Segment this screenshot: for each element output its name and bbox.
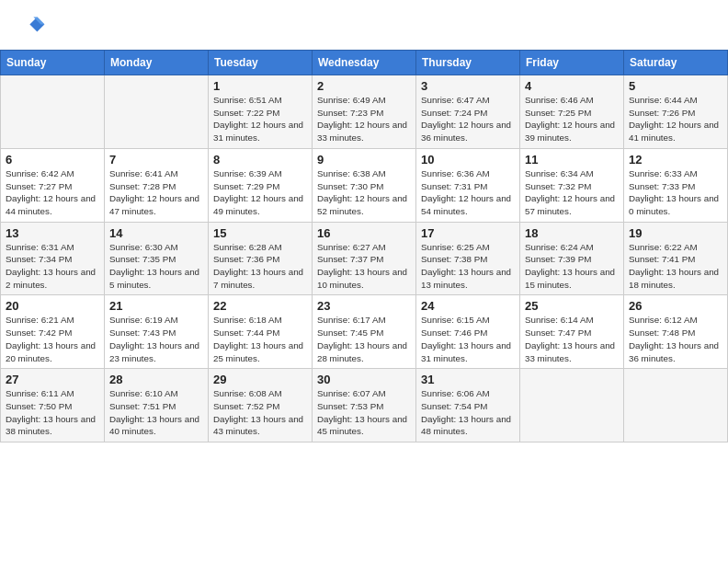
- weekday-header-friday: Friday: [520, 51, 624, 75]
- day-number: 18: [525, 226, 619, 240]
- calendar-cell: 9Sunrise: 6:38 AMSunset: 7:30 PMDaylight…: [313, 148, 416, 222]
- logo: [17, 11, 50, 40]
- day-number: 24: [421, 299, 515, 313]
- calendar-cell: 1Sunrise: 6:51 AMSunset: 7:22 PMDaylight…: [209, 75, 313, 149]
- day-number: 5: [629, 79, 722, 93]
- day-info: Sunrise: 6:49 AMSunset: 7:23 PMDaylight:…: [317, 94, 411, 144]
- day-number: 16: [317, 226, 411, 240]
- calendar-cell: 8Sunrise: 6:39 AMSunset: 7:29 PMDaylight…: [209, 148, 313, 222]
- day-number: 20: [6, 299, 99, 313]
- calendar-cell: 27Sunrise: 6:11 AMSunset: 7:50 PMDayligh…: [1, 369, 105, 442]
- calendar-cell: 31Sunrise: 6:06 AMSunset: 7:54 PMDayligh…: [416, 369, 520, 442]
- header: [0, 0, 728, 44]
- day-number: 3: [421, 79, 515, 93]
- calendar-cell: 29Sunrise: 6:08 AMSunset: 7:52 PMDayligh…: [209, 369, 313, 442]
- calendar-week-3: 13Sunrise: 6:31 AMSunset: 7:34 PMDayligh…: [1, 222, 728, 295]
- day-number: 31: [421, 373, 515, 386]
- weekday-header-monday: Monday: [105, 51, 209, 75]
- day-info: Sunrise: 6:17 AMSunset: 7:45 PMDaylight:…: [317, 314, 411, 364]
- calendar-cell: 5Sunrise: 6:44 AMSunset: 7:26 PMDaylight…: [624, 75, 728, 149]
- weekday-header-thursday: Thursday: [416, 51, 520, 75]
- day-number: 27: [6, 373, 99, 386]
- day-info: Sunrise: 6:46 AMSunset: 7:25 PMDaylight:…: [525, 94, 619, 144]
- weekday-header-wednesday: Wednesday: [313, 51, 416, 75]
- day-number: 4: [525, 79, 619, 93]
- day-info: Sunrise: 6:38 AMSunset: 7:30 PMDaylight:…: [317, 167, 411, 218]
- day-number: 19: [629, 226, 722, 240]
- day-info: Sunrise: 6:34 AMSunset: 7:32 PMDaylight:…: [525, 167, 619, 218]
- calendar-cell: 10Sunrise: 6:36 AMSunset: 7:31 PMDayligh…: [416, 148, 520, 222]
- calendar-cell: 24Sunrise: 6:15 AMSunset: 7:46 PMDayligh…: [416, 295, 520, 369]
- day-info: Sunrise: 6:41 AMSunset: 7:28 PMDaylight:…: [109, 167, 203, 218]
- calendar-cell: 30Sunrise: 6:07 AMSunset: 7:53 PMDayligh…: [313, 369, 416, 442]
- calendar-cell: [520, 369, 624, 442]
- calendar-cell: 12Sunrise: 6:33 AMSunset: 7:33 PMDayligh…: [624, 148, 728, 222]
- calendar-cell: 2Sunrise: 6:49 AMSunset: 7:23 PMDaylight…: [313, 75, 416, 149]
- calendar-cell: 7Sunrise: 6:41 AMSunset: 7:28 PMDaylight…: [105, 148, 209, 222]
- calendar-cell: 15Sunrise: 6:28 AMSunset: 7:36 PMDayligh…: [209, 222, 313, 295]
- calendar-cell: 23Sunrise: 6:17 AMSunset: 7:45 PMDayligh…: [313, 295, 416, 369]
- day-number: 9: [317, 153, 411, 167]
- calendar-cell: 26Sunrise: 6:12 AMSunset: 7:48 PMDayligh…: [624, 295, 728, 369]
- day-number: 6: [6, 153, 99, 167]
- day-info: Sunrise: 6:22 AMSunset: 7:41 PMDaylight:…: [629, 241, 722, 292]
- calendar-cell: 21Sunrise: 6:19 AMSunset: 7:43 PMDayligh…: [105, 295, 209, 369]
- calendar-cell: 18Sunrise: 6:24 AMSunset: 7:39 PMDayligh…: [520, 222, 624, 295]
- day-info: Sunrise: 6:39 AMSunset: 7:29 PMDaylight:…: [213, 167, 307, 218]
- calendar-cell: 17Sunrise: 6:25 AMSunset: 7:38 PMDayligh…: [416, 222, 520, 295]
- day-number: 30: [317, 373, 411, 386]
- day-number: 21: [109, 299, 203, 313]
- day-info: Sunrise: 6:36 AMSunset: 7:31 PMDaylight:…: [421, 167, 515, 218]
- calendar-cell: 20Sunrise: 6:21 AMSunset: 7:42 PMDayligh…: [1, 295, 105, 369]
- calendar-cell: 19Sunrise: 6:22 AMSunset: 7:41 PMDayligh…: [624, 222, 728, 295]
- day-info: Sunrise: 6:18 AMSunset: 7:44 PMDaylight:…: [213, 314, 307, 364]
- calendar-cell: 4Sunrise: 6:46 AMSunset: 7:25 PMDaylight…: [520, 75, 624, 149]
- day-info: Sunrise: 6:21 AMSunset: 7:42 PMDaylight:…: [6, 314, 99, 364]
- day-number: 1: [213, 79, 307, 93]
- day-number: 8: [213, 153, 307, 167]
- calendar-table: SundayMondayTuesdayWednesdayThursdayFrid…: [0, 50, 728, 442]
- calendar-cell: 14Sunrise: 6:30 AMSunset: 7:35 PMDayligh…: [105, 222, 209, 295]
- day-number: 22: [213, 299, 307, 313]
- day-number: 26: [629, 299, 722, 313]
- calendar-cell: 11Sunrise: 6:34 AMSunset: 7:32 PMDayligh…: [520, 148, 624, 222]
- day-number: 10: [421, 153, 515, 167]
- calendar-cell: 3Sunrise: 6:47 AMSunset: 7:24 PMDaylight…: [416, 75, 520, 149]
- calendar-cell: 25Sunrise: 6:14 AMSunset: 7:47 PMDayligh…: [520, 295, 624, 369]
- day-number: 29: [213, 373, 307, 386]
- day-number: 7: [109, 153, 203, 167]
- day-info: Sunrise: 6:24 AMSunset: 7:39 PMDaylight:…: [525, 241, 619, 292]
- day-number: 14: [109, 226, 203, 240]
- weekday-header-tuesday: Tuesday: [209, 51, 313, 75]
- weekday-header-sunday: Sunday: [1, 51, 105, 75]
- day-info: Sunrise: 6:11 AMSunset: 7:50 PMDaylight:…: [6, 387, 99, 438]
- day-info: Sunrise: 6:14 AMSunset: 7:47 PMDaylight:…: [525, 314, 619, 364]
- day-info: Sunrise: 6:08 AMSunset: 7:52 PMDaylight:…: [213, 387, 307, 438]
- calendar-week-5: 27Sunrise: 6:11 AMSunset: 7:50 PMDayligh…: [1, 369, 728, 442]
- calendar-cell: [1, 75, 105, 149]
- day-info: Sunrise: 6:51 AMSunset: 7:22 PMDaylight:…: [213, 94, 307, 144]
- day-number: 28: [109, 373, 203, 386]
- day-info: Sunrise: 6:12 AMSunset: 7:48 PMDaylight:…: [629, 314, 722, 364]
- day-info: Sunrise: 6:19 AMSunset: 7:43 PMDaylight:…: [109, 314, 203, 364]
- weekday-header-saturday: Saturday: [624, 51, 728, 75]
- calendar-cell: 6Sunrise: 6:42 AMSunset: 7:27 PMDaylight…: [1, 148, 105, 222]
- logo-icon: [17, 11, 46, 40]
- day-info: Sunrise: 6:07 AMSunset: 7:53 PMDaylight:…: [317, 387, 411, 438]
- calendar-week-1: 1Sunrise: 6:51 AMSunset: 7:22 PMDaylight…: [1, 75, 728, 149]
- calendar-week-2: 6Sunrise: 6:42 AMSunset: 7:27 PMDaylight…: [1, 148, 728, 222]
- day-info: Sunrise: 6:44 AMSunset: 7:26 PMDaylight:…: [629, 94, 722, 144]
- page: SundayMondayTuesdayWednesdayThursdayFrid…: [0, 0, 728, 563]
- day-info: Sunrise: 6:15 AMSunset: 7:46 PMDaylight:…: [421, 314, 515, 364]
- day-info: Sunrise: 6:25 AMSunset: 7:38 PMDaylight:…: [421, 241, 515, 292]
- calendar-cell: 22Sunrise: 6:18 AMSunset: 7:44 PMDayligh…: [209, 295, 313, 369]
- day-number: 12: [629, 153, 722, 167]
- day-number: 17: [421, 226, 515, 240]
- day-info: Sunrise: 6:47 AMSunset: 7:24 PMDaylight:…: [421, 94, 515, 144]
- day-info: Sunrise: 6:10 AMSunset: 7:51 PMDaylight:…: [109, 387, 203, 438]
- day-info: Sunrise: 6:28 AMSunset: 7:36 PMDaylight:…: [213, 241, 307, 292]
- calendar-cell: 13Sunrise: 6:31 AMSunset: 7:34 PMDayligh…: [1, 222, 105, 295]
- day-number: 25: [525, 299, 619, 313]
- day-info: Sunrise: 6:31 AMSunset: 7:34 PMDaylight:…: [6, 241, 99, 292]
- day-number: 2: [317, 79, 411, 93]
